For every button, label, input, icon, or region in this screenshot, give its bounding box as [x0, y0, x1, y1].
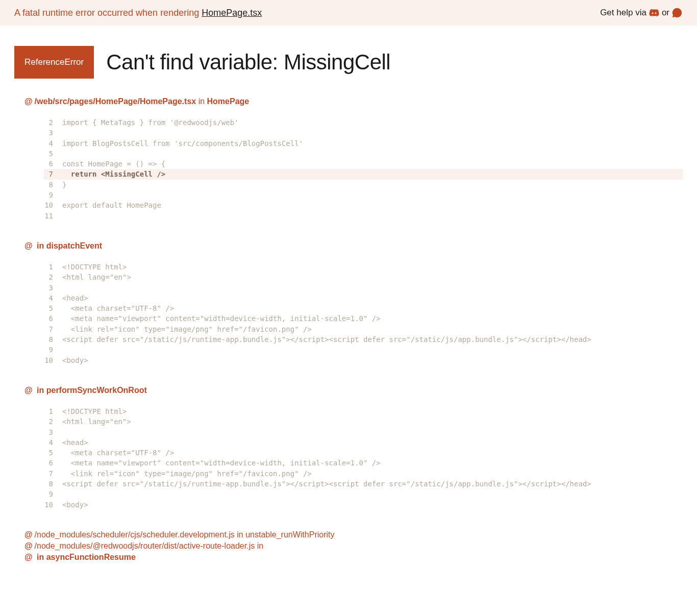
- line-number: 3: [44, 427, 62, 437]
- frame-header[interactable]: @/web/src/pages/HomePage/HomePage.tsx in…: [24, 97, 683, 106]
- line-text: [62, 211, 683, 221]
- line-number: 2: [44, 272, 62, 282]
- line-number: 5: [44, 149, 62, 159]
- error-message: Can't find variable: MissingCell: [106, 50, 390, 75]
- in-label: in: [35, 553, 46, 561]
- code-line: 7 <link rel="icon" type="image/png" href…: [44, 469, 683, 479]
- code-line: 4<head>: [44, 293, 683, 303]
- line-text: <head>: [62, 437, 683, 448]
- code-line: 4import BlogPostsCell from 'src/componen…: [44, 138, 683, 149]
- frame-func: performSyncWorkOnRoot: [46, 386, 147, 395]
- line-number: 9: [44, 489, 62, 499]
- in-label: in: [255, 541, 263, 550]
- banner-message: A fatal runtime error occurred when rend…: [14, 8, 262, 18]
- line-number: 8: [44, 180, 62, 190]
- collapsed-frame[interactable]: @/node_modules/scheduler/cjs/scheduler.d…: [24, 530, 683, 539]
- line-text: [62, 283, 683, 293]
- collapsed-func: asyncFunctionResume: [46, 553, 136, 561]
- code-line: 8}: [44, 180, 683, 190]
- line-text: <body>: [62, 500, 683, 510]
- code-line: 3: [44, 128, 683, 138]
- code-line: 10<body>: [44, 355, 683, 365]
- line-text: <script defer src="/static/js/runtime-ap…: [62, 334, 683, 344]
- collapsed-frames: @/node_modules/scheduler/cjs/scheduler.d…: [24, 530, 683, 562]
- line-text: <meta name="viewport" content="width=dev…: [62, 458, 683, 468]
- line-text: [62, 149, 683, 159]
- line-number: 7: [44, 169, 62, 179]
- line-text: <html lang="en">: [62, 416, 683, 427]
- line-text: import BlogPostsCell from 'src/component…: [62, 138, 683, 149]
- code-line: 6 <meta name="viewport" content="width=d…: [44, 458, 683, 468]
- frame-func: HomePage: [207, 97, 250, 106]
- line-text: [62, 489, 683, 499]
- line-number: 6: [44, 313, 62, 324]
- frame-path: /web/src/pages/HomePage/HomePage.tsx: [35, 97, 196, 106]
- line-text: const HomePage = () => {: [62, 159, 683, 169]
- code-block: 2import { MetaTags } from '@redwoodjs/we…: [44, 117, 683, 221]
- collapsed-frame[interactable]: @ in asyncFunctionResume: [24, 553, 683, 562]
- line-text: export default HomePage: [62, 200, 683, 210]
- line-number: 10: [44, 500, 62, 510]
- code-line: 9: [44, 190, 683, 200]
- line-text: <meta charset="UTF-8" />: [62, 303, 683, 313]
- error-banner: A fatal runtime error occurred when rend…: [0, 0, 697, 26]
- line-number: 9: [44, 344, 62, 355]
- chat-icon[interactable]: [671, 7, 683, 18]
- line-number: 7: [44, 469, 62, 479]
- line-number: 2: [44, 117, 62, 128]
- at-symbol: @: [24, 386, 33, 395]
- line-number: 10: [44, 355, 62, 365]
- line-text: }: [62, 180, 683, 190]
- line-number: 8: [44, 479, 62, 489]
- line-text: <link rel="icon" type="image/png" href="…: [62, 324, 683, 334]
- frame-header[interactable]: @ in performSyncWorkOnRoot: [24, 386, 683, 395]
- line-number: 8: [44, 334, 62, 344]
- banner-help: Get help via or: [600, 7, 683, 18]
- code-line: 6 <meta name="viewport" content="width=d…: [44, 313, 683, 324]
- or-text: or: [662, 8, 669, 18]
- code-line: 2<html lang="en">: [44, 272, 683, 282]
- code-line: 5 <meta charset="UTF-8" />: [44, 448, 683, 458]
- code-line: 3: [44, 283, 683, 293]
- code-line: 9: [44, 489, 683, 499]
- in-label: in: [35, 241, 46, 250]
- line-number: 7: [44, 324, 62, 334]
- code-line: 6const HomePage = () => {: [44, 159, 683, 169]
- line-number: 4: [44, 138, 62, 149]
- discord-icon[interactable]: [649, 7, 660, 18]
- code-line: 9: [44, 344, 683, 355]
- line-number: 10: [44, 200, 62, 210]
- in-label: in: [235, 530, 245, 539]
- collapsed-frame[interactable]: @/node_modules/@redwoodjs/router/dist/ac…: [24, 541, 683, 551]
- line-number: 6: [44, 159, 62, 169]
- error-type-pill: ReferenceError: [14, 46, 94, 79]
- banner-prefix: A fatal runtime error occurred when rend…: [14, 8, 202, 18]
- in-label: in: [35, 386, 46, 395]
- code-line: 10<body>: [44, 500, 683, 510]
- line-number: 9: [44, 190, 62, 200]
- frame-header[interactable]: @ in dispatchEvent: [24, 241, 683, 251]
- line-number: 5: [44, 448, 62, 458]
- at-symbol: @: [24, 97, 33, 106]
- line-text: <!DOCTYPE html>: [62, 262, 683, 272]
- collapsed-func: unstable_runWithPriority: [245, 530, 334, 539]
- at-symbol: @: [24, 241, 33, 250]
- line-text: <meta charset="UTF-8" />: [62, 448, 683, 458]
- frame-func: dispatchEvent: [46, 241, 102, 250]
- stack-frame: @ in dispatchEvent1<!DOCTYPE html>2<html…: [24, 241, 683, 365]
- help-text: Get help via: [600, 8, 646, 18]
- code-line: 8<script defer src="/static/js/runtime-a…: [44, 479, 683, 489]
- line-text: <meta name="viewport" content="width=dev…: [62, 313, 683, 324]
- collapsed-path: /node_modules/@redwoodjs/router/dist/act…: [35, 541, 255, 550]
- code-line: 5 <meta charset="UTF-8" />: [44, 303, 683, 313]
- line-text: <!DOCTYPE html>: [62, 406, 683, 416]
- line-number: 11: [44, 211, 62, 221]
- code-line: 3: [44, 427, 683, 437]
- code-line: 7 <link rel="icon" type="image/png" href…: [44, 324, 683, 334]
- line-text: [62, 344, 683, 355]
- banner-file[interactable]: HomePage.tsx: [202, 8, 262, 18]
- stack-frame: @ in performSyncWorkOnRoot1<!DOCTYPE htm…: [24, 386, 683, 510]
- at-symbol: @: [24, 541, 33, 550]
- code-line: 11: [44, 211, 683, 221]
- code-block: 1<!DOCTYPE html>2<html lang="en">34<head…: [44, 262, 683, 365]
